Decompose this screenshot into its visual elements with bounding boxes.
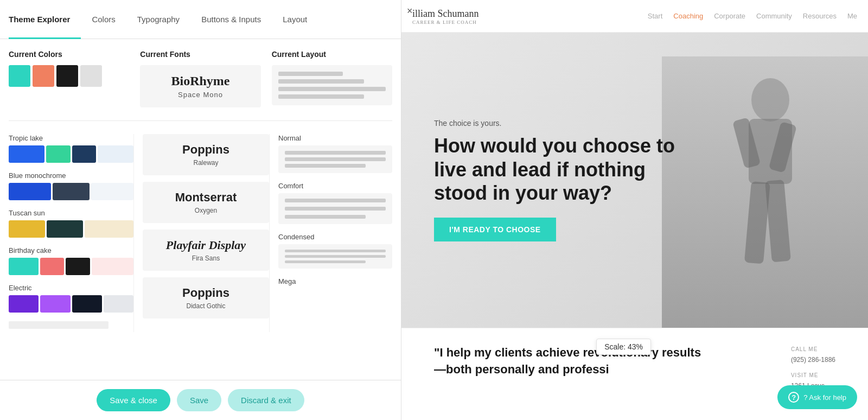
site-nav: illiam Schumann CAREER & LIFE COACH Star…: [401, 0, 868, 33]
theme-tropic-swatches: [9, 145, 133, 163]
swatch-b2: [53, 183, 89, 200]
tab-colors[interactable]: Colors: [81, 0, 126, 39]
cline2: [285, 207, 386, 211]
theme-tuscan-name: Tuscan sun: [9, 209, 133, 217]
font-oxygen-label: Oxygen: [151, 207, 260, 214]
dline2: [285, 255, 386, 258]
font-option-montserrat-oxygen[interactable]: Montserrat Oxygen: [143, 182, 269, 223]
current-fonts-section: Current Fonts BioRhyme Space Mono: [140, 50, 260, 107]
current-font-secondary: Space Mono: [149, 91, 252, 99]
line1: [285, 151, 386, 155]
theme-birthday-cake[interactable]: Birthday cake: [9, 246, 133, 275]
swatch-dark[interactable]: [56, 65, 78, 87]
theme-tuscan-sun[interactable]: Tuscan sun: [9, 209, 133, 238]
layout-condensed[interactable]: Condensed: [278, 233, 392, 269]
layout-condensed-preview: [278, 244, 392, 269]
current-layout-section: Current Layout: [272, 50, 392, 107]
theme-birthday-name: Birthday cake: [9, 246, 133, 254]
save-close-button[interactable]: Save & close: [97, 389, 170, 411]
swatch-e2: [40, 295, 70, 313]
font-poppins2-label: Poppins: [151, 286, 260, 300]
swatch-bc2: [40, 258, 64, 275]
theme-tropic-lake[interactable]: Tropic lake: [9, 134, 133, 163]
call-number: (925) 286-1886: [791, 354, 835, 366]
theme-electric-swatches: [9, 295, 133, 313]
nav-start[interactable]: Start: [648, 12, 662, 20]
scale-badge: Scale: 43%: [596, 339, 651, 355]
swatch-e4: [104, 295, 133, 313]
layout-comfort[interactable]: Comfort: [278, 182, 392, 224]
layout-mega[interactable]: Mega: [278, 277, 392, 285]
layout-line-short: [278, 72, 343, 76]
hero-heading: How would you choose to live and lead if…: [434, 134, 684, 205]
current-layout-preview: [272, 65, 392, 105]
layout-line-medium2: [278, 94, 365, 99]
panel-content: Current Colors Current Fonts BioRhyme Sp…: [0, 39, 401, 380]
nav-coaching[interactable]: Coaching: [673, 12, 703, 20]
font-option-poppins-didact[interactable]: Poppins Didact Gothic: [143, 277, 269, 319]
current-colors-section: Current Colors: [9, 50, 129, 107]
theme-tuscan-swatches: [9, 220, 133, 238]
layout-mega-label: Mega: [278, 277, 392, 285]
question-icon: ?: [788, 392, 799, 403]
theme-blue-monochrome[interactable]: Blue monochrome: [9, 171, 133, 200]
fonts-column: Poppins Raleway Montserrat Oxygen Playfa…: [133, 134, 269, 332]
nav-community[interactable]: Community: [756, 12, 792, 20]
discard-exit-button[interactable]: Discard & exit: [228, 389, 304, 411]
swatch-b3: [91, 183, 133, 200]
nav-corporate[interactable]: Corporate: [714, 12, 745, 20]
dline3: [285, 260, 366, 263]
hero-person-image: [662, 56, 868, 328]
current-font-primary: BioRhyme: [149, 74, 252, 88]
site-quote: "I help my clients achieve revolutionary…: [434, 345, 705, 378]
theme-middle[interactable]: [9, 321, 133, 329]
tab-theme-explorer[interactable]: Theme Explorer: [9, 0, 81, 39]
theme-electric-name: Electric: [9, 284, 133, 292]
tab-typography[interactable]: Typography: [126, 0, 190, 39]
swatch-teal[interactable]: [9, 65, 30, 87]
font-poppins-label: Poppins: [151, 143, 260, 157]
svg-point-0: [751, 78, 789, 122]
layout-normal-preview: [278, 145, 392, 173]
font-option-playfair-fira[interactable]: Playfair Display Fira Sans: [143, 230, 269, 271]
swatch-light[interactable]: [80, 65, 102, 87]
font-playfair-label: Playfair Display: [151, 238, 260, 252]
layout-condensed-label: Condensed: [278, 233, 392, 241]
theme-birthday-swatches: [9, 258, 133, 275]
theme-middle-name: [9, 321, 108, 329]
current-color-swatches: [9, 65, 129, 87]
visit-label: VISIT ME: [791, 371, 835, 380]
current-fonts-label: Current Fonts: [140, 50, 260, 59]
close-button[interactable]: ×: [407, 5, 413, 17]
font-fira-label: Fira Sans: [151, 254, 260, 262]
theme-electric[interactable]: Electric: [9, 284, 133, 313]
tab-bar: Theme Explorer Colors Typography Buttons…: [0, 0, 401, 39]
theme-explorer-panel: Theme Explorer Colors Typography Buttons…: [0, 0, 401, 420]
nav-me[interactable]: Me: [847, 12, 857, 20]
swatch-b1: [9, 183, 51, 200]
ask-help-button[interactable]: ? ? Ask for help: [777, 385, 857, 409]
hero-cta-button[interactable]: I'm Ready To Choose: [434, 218, 556, 241]
layout-comfort-preview: [278, 193, 392, 224]
swatch-t3: [85, 220, 133, 238]
swatch-coral[interactable]: [33, 65, 54, 87]
swatch-4: [98, 145, 133, 163]
font-raleway-label: Raleway: [151, 159, 260, 167]
font-option-poppins-raleway[interactable]: Poppins Raleway: [143, 134, 269, 175]
ask-help-label: ? Ask for help: [803, 393, 846, 402]
nav-resources[interactable]: Resources: [803, 12, 837, 20]
theme-blue-mono-swatches: [9, 183, 133, 200]
tab-layout[interactable]: Layout: [272, 0, 318, 39]
cline3: [285, 215, 366, 219]
font-montserrat-label: Montserrat: [151, 190, 260, 205]
tab-buttons-inputs[interactable]: Buttons & Inputs: [190, 0, 272, 39]
save-button[interactable]: Save: [177, 389, 221, 411]
preview-site: illiam Schumann CAREER & LIFE COACH Star…: [401, 0, 868, 420]
main-columns: Tropic lake Blue monochrome: [9, 134, 392, 332]
current-row: Current Colors Current Fonts BioRhyme Sp…: [9, 50, 392, 121]
svg-rect-5: [765, 180, 791, 262]
layout-line-medium: [278, 79, 365, 84]
call-label: CALL ME: [791, 345, 835, 354]
current-colors-label: Current Colors: [9, 50, 129, 59]
layout-normal[interactable]: Normal: [278, 134, 392, 173]
